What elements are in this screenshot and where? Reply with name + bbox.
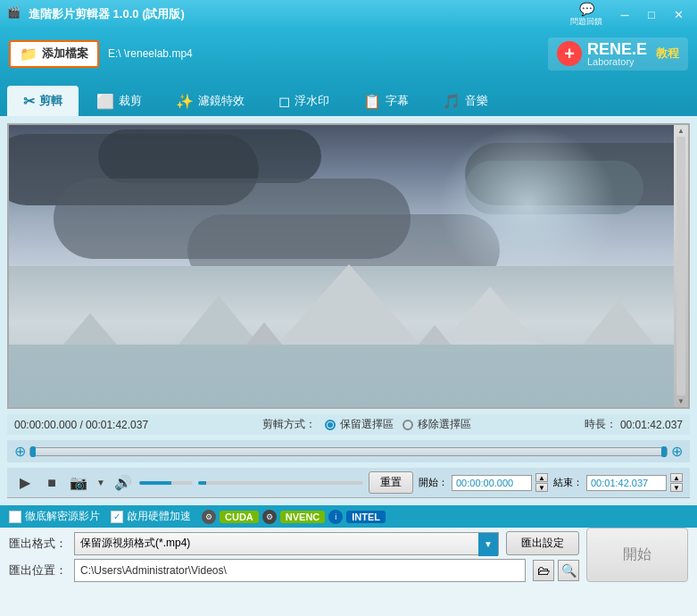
cuda-badge: CUDA [220,511,259,523]
title-bar-left: 🎬 進階影片剪輯器 1.0.0 (試用版) [7,6,185,22]
start-time-down[interactable]: ▼ [535,483,548,492]
keep-radio-dot [325,420,336,430]
timeline-expand-left[interactable]: ⊕ [14,443,26,460]
nvenc-badge: NVENC [280,511,326,523]
bright-sky [438,125,617,286]
end-time-up[interactable]: ▲ [670,473,683,482]
cut-mode-label: 剪輯方式： [262,417,316,432]
timeline-bar: ⊕ ⊕ [7,440,690,462]
crop-tab-label: 裁剪 [119,93,142,109]
add-file-button[interactable]: 📁 添加檔案 [9,40,99,68]
tab-cut[interactable]: ✂ 剪輯 [7,86,79,116]
music-tab-label: 音樂 [465,93,488,109]
close-button[interactable]: ✕ [667,4,690,24]
feedback-button[interactable]: 💬 問題回饋 [570,2,602,28]
video-scrollbar[interactable]: ▲ ▼ [674,125,688,407]
cut-tab-icon: ✂ [23,93,35,110]
reset-button[interactable]: 重置 [369,471,413,494]
start-time-spinner: ▲ ▼ [535,473,548,492]
minimize-button[interactable]: ─ [613,4,636,24]
stop-button[interactable]: ■ [41,472,62,494]
timeline-expand-right[interactable]: ⊕ [671,443,683,460]
decrypt-label: 徹底解密源影片 [25,509,100,524]
top-area: 📁 添加檔案 E:\ \reneelab.mp4 + RENE.E Labora… [0,29,697,79]
logo-text: RENE.E Laboratory [587,41,647,67]
start-time-input[interactable] [452,475,532,491]
accelerate-label: 啟用硬體加速 [127,509,191,524]
cloud-2 [98,129,321,183]
timeline-handle-right[interactable] [661,446,667,457]
tab-bar: ✂ 剪輯 ⬜ 裁剪 ✨ 濾鏡特效 ◻ 浮水印 📋 字幕 🎵 音樂 [0,79,697,116]
subtitle-tab-icon: 📋 [363,93,381,110]
accelerate-option[interactable]: ✓ 啟用硬體加速 [111,509,191,524]
salt-mound-right-2 [583,300,654,345]
time-info-bar: 00:00:00.000 / 00:01:42.037 剪輯方式： 保留選擇區 … [7,414,690,435]
snapshot-button[interactable]: 📷 [68,472,89,494]
progress-slider[interactable] [198,481,363,485]
volume-slider[interactable] [139,481,193,485]
main-content: ▲ ▼ 00:00:00.000 / 00:01:42.037 剪輯方式： 保留… [0,116,697,505]
logo-lab-text: Laboratory [587,57,635,67]
output-path-input[interactable] [74,559,526,582]
tab-filter[interactable]: ✨ 濾鏡特效 [160,86,261,116]
video-canvas [9,125,688,407]
tab-subtitle[interactable]: 📋 字幕 [347,86,425,116]
end-time-input[interactable] [586,475,667,491]
controls-bar: ▶ ■ 📷 ▼ 🔊 重置 開始： ▲ ▼ 結束： ▲ ▼ [7,468,690,498]
options-bar: 徹底解密源影片 ✓ 啟用硬體加速 ⚙ CUDA ⚙ NVENC i INTEL [0,505,697,528]
keep-selection-radio[interactable]: 保留選擇區 [325,417,394,432]
tab-crop[interactable]: ⬜ 裁剪 [80,86,158,116]
tab-watermark[interactable]: ◻ 浮水印 [262,86,345,116]
logo-rene-text: RENE.E [587,41,647,57]
remove-selection-label: 移除選擇區 [418,417,471,432]
watermark-tab-label: 浮水印 [295,93,329,109]
cut-tab-label: 剪輯 [39,93,62,109]
path-icons: 🗁 🔍 [533,560,579,581]
browse-folder-button[interactable]: 🗁 [533,560,554,581]
volume-button[interactable]: 🔊 [112,472,134,494]
format-select-wrapper[interactable]: 保留源視頻格式(*.mp4) ▼ [74,532,499,555]
timeline-track[interactable] [29,447,668,456]
logo-tutorial-text[interactable]: 教程 [656,46,679,62]
play-button[interactable]: ▶ [14,472,36,494]
start-time-label: 開始： [419,476,448,489]
tab-music[interactable]: 🎵 音樂 [427,86,504,116]
intel-icon: i [328,510,343,524]
decrypt-option[interactable]: 徹底解密源影片 [9,509,100,524]
salt-mound-bg-2 [419,325,451,345]
timeline-handle-left[interactable] [30,446,36,457]
logo-area: + RENE.E Laboratory 教程 [548,37,688,71]
snapshot-dropdown[interactable]: ▼ [95,472,107,494]
logo-cross-icon: + [557,41,582,66]
remove-selection-radio[interactable]: 移除選擇區 [402,417,471,432]
end-time-down[interactable]: ▼ [670,483,683,492]
start-button[interactable]: 開始 [586,528,688,582]
add-file-label: 添加檔案 [42,46,88,62]
water-reflection [9,345,688,407]
keep-selection-label: 保留選擇區 [340,417,394,432]
title-bar: 🎬 進階影片剪輯器 1.0.0 (試用版) 💬 問題回饋 ─ □ ✕ [0,0,697,29]
cuda-icon: ⚙ [202,510,216,524]
duration-display: 時長： 00:01:42.037 [585,417,683,432]
search-path-button[interactable]: 🔍 [558,560,579,581]
duration-label: 時長： [585,417,617,432]
restore-button[interactable]: □ [640,4,663,24]
salt-mound-left-2 [63,313,117,345]
export-settings-button[interactable]: 匯出設定 [506,531,579,555]
start-time-group: 開始： ▲ ▼ [419,473,548,492]
start-time-up[interactable]: ▲ [535,473,548,482]
format-row: 匯出格式： 保留源視頻格式(*.mp4) ▼ 匯出設定 [9,531,579,555]
decrypt-checkbox[interactable] [9,511,21,523]
accelerate-checkbox[interactable]: ✓ [111,511,123,523]
watermark-tab-icon: ◻ [278,93,290,110]
end-time-group: 結束： ▲ ▼ [553,473,683,492]
crop-tab-icon: ⬜ [96,93,114,110]
salt-mound-right-1 [441,287,539,345]
file-path: E:\ \reneelab.mp4 [108,47,539,60]
output-label: 匯出位置： [9,562,67,579]
remove-radio-dot [402,420,413,430]
end-time-label: 結束： [553,476,583,489]
video-preview[interactable]: ▲ ▼ [7,123,690,409]
acceleration-badges: ⚙ CUDA ⚙ NVENC i INTEL [202,510,386,524]
format-select-arrow[interactable]: ▼ [478,533,498,556]
